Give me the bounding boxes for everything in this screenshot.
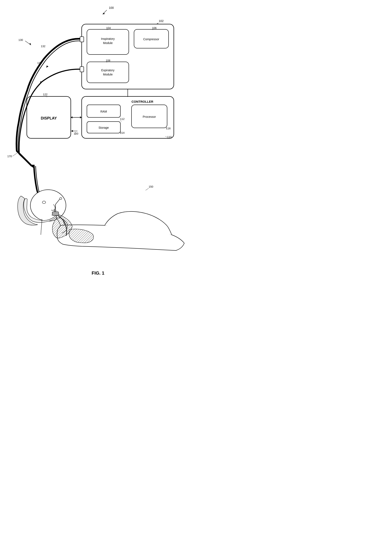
- ref-104: 104: [106, 26, 111, 30]
- svg-text:Module: Module: [103, 41, 113, 45]
- storage-label: Storage: [98, 126, 109, 129]
- ref-130: 130: [18, 38, 23, 42]
- svg-marker-30: [29, 43, 31, 45]
- figure-label: FIG. 1: [92, 270, 104, 276]
- ref-110: 110: [167, 135, 172, 139]
- svg-rect-39: [52, 212, 59, 216]
- inspiratory-module-label: Inspiratory: [101, 37, 115, 40]
- display-label: DISPLAY: [41, 116, 57, 120]
- ref-120: 120: [74, 132, 78, 135]
- ref-112: 112: [120, 117, 125, 121]
- svg-point-38: [42, 201, 46, 203]
- ref-106: 106: [152, 26, 157, 30]
- svg-rect-9: [87, 62, 129, 83]
- ram-label: RAM: [100, 110, 107, 113]
- svg-line-35: [13, 153, 17, 156]
- patent-diagram: 100 102 Inspiratory Module 104 Compresso…: [0, 0, 196, 279]
- compressor-label: Compressor: [143, 37, 159, 41]
- expiratory-module-label: Expiratory: [101, 69, 114, 72]
- svg-marker-1: [103, 13, 105, 14]
- ref-102: 102: [159, 19, 164, 23]
- ref-122: 122: [43, 93, 48, 96]
- ref-114: 114: [120, 131, 125, 134]
- svg-rect-33: [80, 37, 84, 42]
- processor-label: Processor: [143, 115, 156, 118]
- svg-rect-34: [80, 67, 84, 72]
- ref-100: 100: [109, 6, 114, 9]
- svg-point-41: [60, 197, 62, 200]
- ref-108: 108: [106, 59, 110, 62]
- svg-point-40: [54, 210, 56, 212]
- svg-marker-31: [45, 65, 48, 68]
- page: 100 102 Inspiratory Module 104 Compresso…: [0, 0, 196, 279]
- ref-116: 116: [166, 127, 171, 130]
- controller-label: CONTROLLER: [132, 100, 153, 103]
- ref-150: 150: [149, 185, 153, 188]
- ref-170: 170: [7, 155, 12, 158]
- svg-line-36: [146, 188, 149, 190]
- svg-text:Module: Module: [103, 73, 113, 76]
- svg-marker-32: [39, 81, 42, 84]
- ref-132: 132: [41, 45, 45, 48]
